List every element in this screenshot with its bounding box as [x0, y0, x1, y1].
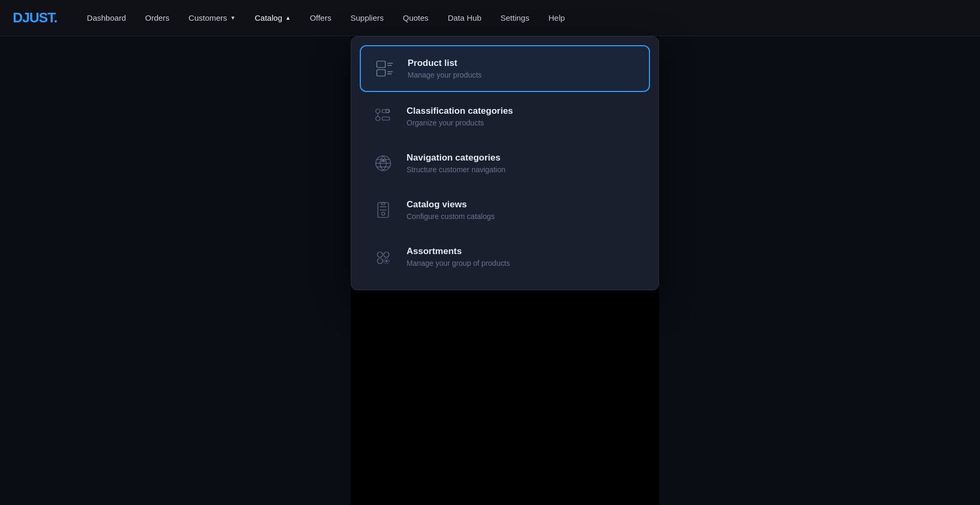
assortments-text: Assortments Manage your group of product…	[407, 246, 510, 267]
dropdown-item-classification[interactable]: Classification categories Organize your …	[360, 94, 650, 139]
product-list-subtitle: Manage your products	[408, 71, 481, 79]
svg-point-7	[376, 116, 380, 121]
svg-rect-1	[377, 70, 385, 76]
assortments-subtitle: Manage your group of products	[407, 259, 510, 267]
svg-point-29	[377, 258, 383, 264]
navigation-subtitle: Structure customer navigation	[407, 165, 505, 174]
svg-point-28	[384, 252, 389, 257]
product-list-text: Product list Manage your products	[408, 58, 481, 79]
nav-item-offers[interactable]: Offers	[301, 9, 340, 27]
catalog-views-text: Catalog views Configure custom catalogs	[407, 199, 495, 221]
navbar: DJUST. Dashboard Orders Customers ▼ Cata…	[0, 0, 980, 36]
catalog-arrow-icon: ▲	[285, 15, 291, 21]
logo[interactable]: DJUST.	[13, 10, 57, 26]
dropdown-item-assortments[interactable]: Assortments Manage your group of product…	[360, 234, 650, 279]
nav-menu: Dashboard Orders Customers ▼ Catalog ▲ O…	[79, 9, 573, 27]
dropdown-item-navigation[interactable]: Navigation categories Structure customer…	[360, 141, 650, 186]
nav-item-suppliers[interactable]: Suppliers	[342, 9, 392, 27]
svg-point-6	[376, 109, 380, 113]
dropdown-item-product-list[interactable]: Product list Manage your products	[360, 45, 650, 92]
catalog-views-title: Catalog views	[407, 199, 495, 210]
nav-item-quotes[interactable]: Quotes	[394, 9, 437, 27]
nav-item-catalog[interactable]: Catalog ▲	[246, 9, 299, 27]
svg-point-27	[377, 252, 383, 257]
nav-item-dashboard[interactable]: Dashboard	[79, 9, 134, 27]
customers-arrow-icon: ▼	[230, 15, 235, 21]
nav-item-orders[interactable]: Orders	[137, 9, 178, 27]
assortments-icon	[370, 244, 396, 270]
svg-rect-0	[377, 61, 385, 68]
navigation-icon	[370, 150, 396, 176]
classification-icon	[370, 104, 396, 129]
catalog-views-icon	[370, 197, 396, 223]
classification-title: Classification categories	[407, 106, 513, 116]
dropdown-item-catalog-views[interactable]: Catalog views Configure custom catalogs	[360, 188, 650, 232]
nav-item-customers[interactable]: Customers ▼	[180, 9, 244, 27]
classification-text: Classification categories Organize your …	[407, 106, 513, 127]
background-left	[0, 36, 351, 505]
svg-rect-9	[382, 117, 390, 120]
nav-item-help[interactable]: Help	[540, 9, 573, 27]
navigation-text: Navigation categories Structure customer…	[407, 153, 505, 174]
product-list-icon	[371, 56, 397, 81]
nav-item-data-hub[interactable]: Data Hub	[439, 9, 489, 27]
logo-dot: .	[54, 10, 57, 26]
background-right	[659, 36, 980, 505]
assortments-title: Assortments	[407, 246, 510, 257]
logo-text: DJUST	[13, 10, 54, 26]
svg-point-25	[382, 212, 385, 215]
product-list-title: Product list	[408, 58, 481, 69]
classification-subtitle: Organize your products	[407, 119, 513, 127]
svg-rect-26	[382, 203, 385, 205]
catalog-dropdown: Product list Manage your products Classi…	[351, 36, 659, 290]
nav-item-settings[interactable]: Settings	[492, 9, 538, 27]
navigation-title: Navigation categories	[407, 153, 505, 163]
catalog-views-subtitle: Configure custom catalogs	[407, 212, 495, 221]
